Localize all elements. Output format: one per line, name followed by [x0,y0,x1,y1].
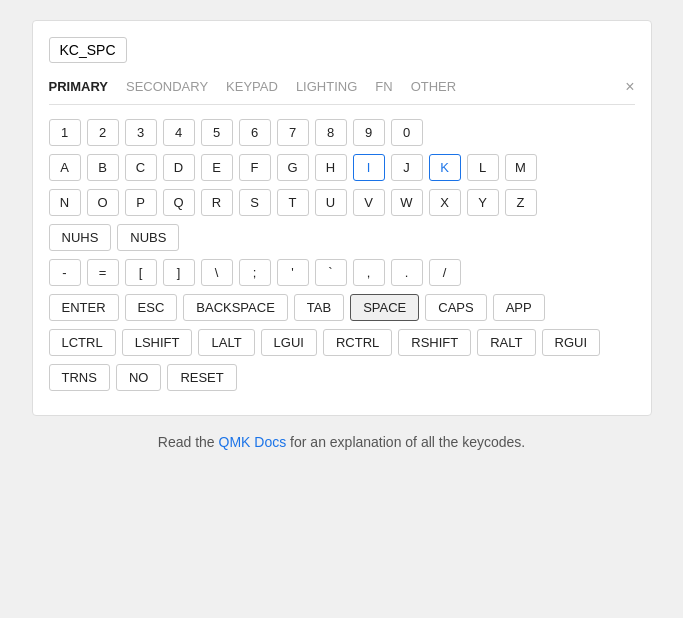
key-LCTRL[interactable]: LCTRL [49,329,116,356]
key-CAPS[interactable]: CAPS [425,294,486,321]
key-X[interactable]: X [429,189,461,216]
tab-fn[interactable]: FN [375,77,392,96]
key-NO[interactable]: NO [116,364,162,391]
key-SPACE[interactable]: SPACE [350,294,419,321]
key-backslash[interactable]: \ [201,259,233,286]
key-TRNS[interactable]: TRNS [49,364,110,391]
key-G[interactable]: G [277,154,309,181]
key-Z[interactable]: Z [505,189,537,216]
numbers-row: 1 2 3 4 5 6 7 8 9 0 [49,119,635,146]
main-container: KC_SPC PRIMARY SECONDARY KEYPAD LIGHTING… [32,20,652,450]
key-J[interactable]: J [391,154,423,181]
key-semicolon[interactable]: ; [239,259,271,286]
key-U[interactable]: U [315,189,347,216]
key-N[interactable]: N [49,189,81,216]
key-period[interactable]: . [391,259,423,286]
tab-other[interactable]: OTHER [411,77,457,96]
key-ESC[interactable]: ESC [125,294,178,321]
key-S[interactable]: S [239,189,271,216]
tab-lighting[interactable]: LIGHTING [296,77,357,96]
tab-keypad[interactable]: KEYPAD [226,77,278,96]
key-equals[interactable]: = [87,259,119,286]
key-RESET[interactable]: RESET [167,364,236,391]
key-Q[interactable]: Q [163,189,195,216]
key-quote[interactable]: ' [277,259,309,286]
row-symbols: - = [ ] \ ; ' ` , . / [49,259,635,286]
key-I[interactable]: I [353,154,385,181]
row-func: ENTER ESC BACKSPACE TAB SPACE CAPS APP [49,294,635,321]
key-V[interactable]: V [353,189,385,216]
key-Y[interactable]: Y [467,189,499,216]
key-LALT[interactable]: LALT [198,329,254,356]
key-NUBS[interactable]: NUBS [117,224,179,251]
key-E[interactable]: E [201,154,233,181]
key-minus[interactable]: - [49,259,81,286]
qmk-docs-link[interactable]: QMK Docs [219,434,287,450]
key-6[interactable]: 6 [239,119,271,146]
key-T[interactable]: T [277,189,309,216]
key-4[interactable]: 4 [163,119,195,146]
footer-suffix: for an explanation of all the keycodes. [286,434,525,450]
key-LGUI[interactable]: LGUI [261,329,317,356]
current-key-display: KC_SPC [49,37,127,63]
key-8[interactable]: 8 [315,119,347,146]
key-1[interactable]: 1 [49,119,81,146]
keycode-panel: KC_SPC PRIMARY SECONDARY KEYPAD LIGHTING… [32,20,652,416]
key-NUHS[interactable]: NUHS [49,224,112,251]
key-7[interactable]: 7 [277,119,309,146]
key-D[interactable]: D [163,154,195,181]
key-TAB[interactable]: TAB [294,294,344,321]
key-3[interactable]: 3 [125,119,157,146]
row-a: A B C D E F G H I J K L M [49,154,635,181]
key-RSHIFT[interactable]: RSHIFT [398,329,471,356]
tab-primary[interactable]: PRIMARY [49,77,108,96]
key-K[interactable]: K [429,154,461,181]
tab-bar: PRIMARY SECONDARY KEYPAD LIGHTING FN OTH… [49,77,635,105]
key-5[interactable]: 5 [201,119,233,146]
key-H[interactable]: H [315,154,347,181]
key-APP[interactable]: APP [493,294,545,321]
key-M[interactable]: M [505,154,537,181]
key-L[interactable]: L [467,154,499,181]
row-mods: LCTRL LSHIFT LALT LGUI RCTRL RSHIFT RALT… [49,329,635,356]
key-comma[interactable]: , [353,259,385,286]
key-W[interactable]: W [391,189,423,216]
key-P[interactable]: P [125,189,157,216]
key-0[interactable]: 0 [391,119,423,146]
key-BACKSPACE[interactable]: BACKSPACE [183,294,288,321]
key-9[interactable]: 9 [353,119,385,146]
key-ENTER[interactable]: ENTER [49,294,119,321]
close-button[interactable]: × [625,79,634,95]
key-lbracket[interactable]: [ [125,259,157,286]
key-backtick[interactable]: ` [315,259,347,286]
row-n: N O P Q R S T U V W X Y Z [49,189,635,216]
footer-text: Read the QMK Docs for an explanation of … [32,434,652,450]
key-B[interactable]: B [87,154,119,181]
key-RALT[interactable]: RALT [477,329,535,356]
key-O[interactable]: O [87,189,119,216]
key-A[interactable]: A [49,154,81,181]
tab-secondary[interactable]: SECONDARY [126,77,208,96]
key-RGUI[interactable]: RGUI [542,329,601,356]
row-special: NUHS NUBS [49,224,635,251]
row-extra: TRNS NO RESET [49,364,635,391]
footer-prefix: Read the [158,434,219,450]
key-LSHIFT[interactable]: LSHIFT [122,329,193,356]
key-rbracket[interactable]: ] [163,259,195,286]
key-slash[interactable]: / [429,259,461,286]
key-C[interactable]: C [125,154,157,181]
key-F[interactable]: F [239,154,271,181]
key-RCTRL[interactable]: RCTRL [323,329,392,356]
key-R[interactable]: R [201,189,233,216]
key-2[interactable]: 2 [87,119,119,146]
